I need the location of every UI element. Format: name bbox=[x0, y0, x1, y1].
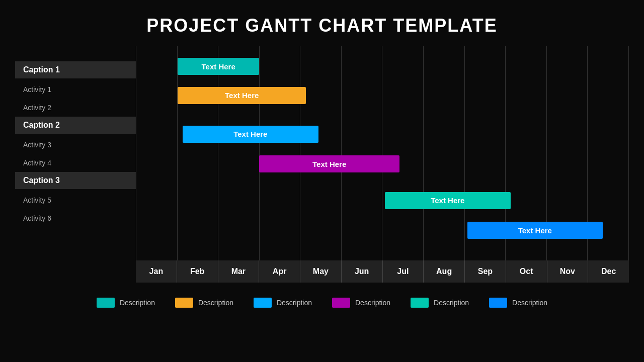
bars-container: Text HereText HereText HereText HereText… bbox=[136, 46, 629, 260]
chart-grid: Text HereText HereText HereText HereText… bbox=[136, 46, 629, 260]
legend-item-5: Description bbox=[489, 298, 547, 308]
chart-area: Text HereText HereText HereText HereText… bbox=[136, 46, 629, 283]
legend-label-3: Description bbox=[355, 299, 390, 307]
left-panel: Caption 1 Activity 1 Activity 2 Caption … bbox=[15, 46, 136, 283]
month-cell-mar: Mar bbox=[218, 260, 260, 283]
legend-color-2 bbox=[254, 298, 272, 308]
activity-1: Activity 1 bbox=[15, 80, 136, 99]
legend-color-0 bbox=[97, 298, 115, 308]
month-cell-oct: Oct bbox=[506, 260, 547, 283]
legend-label-0: Description bbox=[120, 299, 155, 307]
main-container: Caption 1 Activity 1 Activity 2 Caption … bbox=[0, 46, 644, 283]
gantt-bar-5: Text Here bbox=[467, 222, 603, 239]
gantt-bar-2: Text Here bbox=[183, 126, 318, 143]
legend-color-3 bbox=[332, 298, 350, 308]
caption-3: Caption 3 bbox=[15, 172, 136, 189]
activity-4: Activity 4 bbox=[15, 154, 136, 172]
month-cell-apr: Apr bbox=[259, 260, 300, 283]
month-cell-feb: Feb bbox=[177, 260, 218, 283]
legend-item-0: Description bbox=[97, 298, 155, 308]
legend-item-3: Description bbox=[332, 298, 390, 308]
legend-color-5 bbox=[489, 298, 507, 308]
gantt-bar-3: Text Here bbox=[259, 155, 399, 172]
caption-1: Caption 1 bbox=[15, 61, 136, 78]
legend-label-2: Description bbox=[277, 299, 312, 307]
month-cell-aug: Aug bbox=[424, 260, 465, 283]
activity-3: Activity 3 bbox=[15, 136, 136, 154]
month-cell-jan: Jan bbox=[136, 260, 177, 283]
gantt-bar-1: Text Here bbox=[178, 87, 306, 104]
month-cell-may: May bbox=[300, 260, 342, 283]
legend-label-1: Description bbox=[198, 299, 233, 307]
caption-2: Caption 2 bbox=[15, 117, 136, 134]
activity-2: Activity 2 bbox=[15, 99, 136, 117]
legend-label-5: Description bbox=[512, 299, 547, 307]
activity-5: Activity 5 bbox=[15, 191, 136, 209]
legend-item-1: Description bbox=[175, 298, 233, 308]
month-axis: JanFebMarAprMayJunJulAugSepOctNovDec bbox=[136, 260, 629, 283]
legend-color-4 bbox=[411, 298, 429, 308]
page-title: PROJECT GANTT CHART TEMPLATE bbox=[0, 0, 644, 36]
month-cell-jun: Jun bbox=[342, 260, 383, 283]
month-cell-nov: Nov bbox=[547, 260, 589, 283]
legend: DescriptionDescriptionDescriptionDescrip… bbox=[0, 288, 644, 313]
legend-item-4: Description bbox=[411, 298, 469, 308]
gantt-bar-4: Text Here bbox=[385, 192, 511, 209]
activity-6: Activity 6 bbox=[15, 209, 136, 227]
month-cell-sep: Sep bbox=[465, 260, 506, 283]
legend-item-2: Description bbox=[254, 298, 312, 308]
gantt-bar-0: Text Here bbox=[178, 58, 259, 75]
month-cell-jul: Jul bbox=[383, 260, 424, 283]
month-cell-dec: Dec bbox=[588, 260, 629, 283]
legend-color-1 bbox=[175, 298, 193, 308]
legend-label-4: Description bbox=[434, 299, 469, 307]
